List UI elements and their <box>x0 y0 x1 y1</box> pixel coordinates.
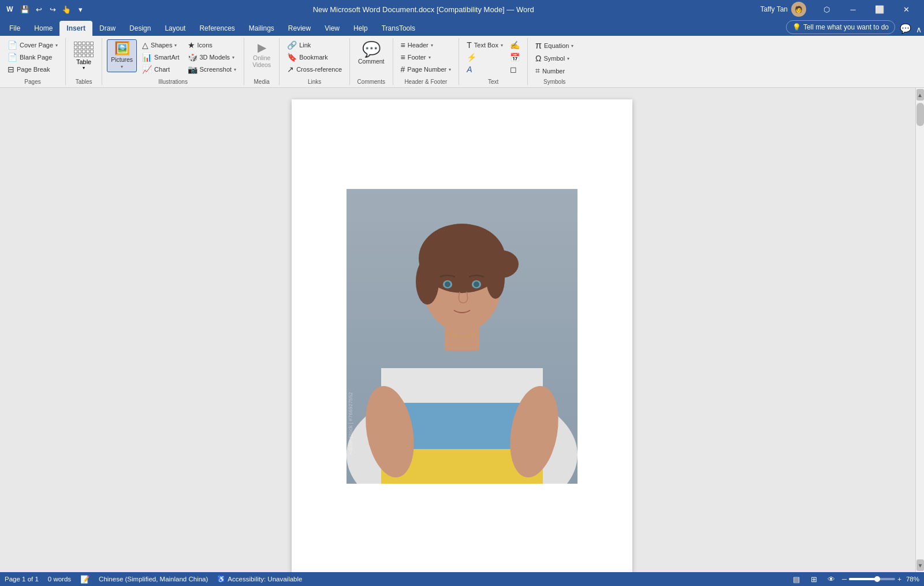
symbols-group-label: Symbols <box>543 77 565 85</box>
scroll-thumb[interactable] <box>916 103 924 126</box>
tab-layout[interactable]: Layout <box>158 21 192 36</box>
bookmark-button[interactable]: 🔖 Bookmark <box>284 51 345 63</box>
chevron-icon: ▾ <box>55 43 58 48</box>
tab-transtools[interactable]: TransTools <box>375 21 422 36</box>
scroll-down-button[interactable]: ▼ <box>916 559 924 571</box>
svg-point-18 <box>445 281 450 287</box>
tab-help[interactable]: Help <box>346 21 375 36</box>
tab-review[interactable]: Review <box>281 21 318 36</box>
save-button[interactable]: 💾 <box>18 3 31 16</box>
shapes-button[interactable]: △ Shapes ▾ <box>139 39 182 51</box>
share-button[interactable]: ⬡ <box>813 0 840 18</box>
3d-models-icon: 🎲 <box>188 53 198 62</box>
text-buttons-col1: T Text Box ▾ ⚡ A <box>464 39 506 75</box>
tab-file[interactable]: File <box>2 21 27 36</box>
comments-panel-button[interactable]: 💬 <box>900 23 911 34</box>
user-area[interactable]: Taffy Tan 🧑 <box>760 2 806 17</box>
vertical-scrollbar[interactable]: ▲ ▼ <box>915 88 924 572</box>
touch-mode-button[interactable]: 👆 <box>60 3 73 16</box>
document-image[interactable]: Adobe Stock | #766927552 <box>346 189 578 484</box>
symbols-buttons: π Equation ▾ Ω Symbol ▾ ⌗ Number <box>532 39 576 77</box>
number-button[interactable]: ⌗ Number <box>532 65 576 77</box>
cross-reference-button[interactable]: ↗ Cross-reference <box>284 64 345 75</box>
accessibility-status: Accessibility: Unavailable <box>228 576 302 583</box>
zoom-thumb[interactable] <box>874 576 880 582</box>
equation-button[interactable]: π Equation ▾ <box>532 39 576 52</box>
page-number-chevron: ▾ <box>449 67 451 72</box>
tab-view[interactable]: View <box>318 21 346 36</box>
text-group-items: T Text Box ▾ ⚡ A ✍ 📅 ◻ <box>464 38 523 77</box>
text-buttons-col2: ✍ 📅 ◻ <box>507 39 523 75</box>
icons-icon: ★ <box>188 40 195 50</box>
tab-design[interactable]: Design <box>122 21 158 36</box>
print-layout-view-button[interactable]: ▤ <box>790 574 803 584</box>
3d-models-button[interactable]: 🎲 3D Models ▾ <box>185 51 240 63</box>
signature-button[interactable]: ✍ <box>507 39 523 51</box>
zoom-percent[interactable]: 78% <box>906 576 919 583</box>
restore-button[interactable]: ⬜ <box>866 0 893 18</box>
cover-page-button[interactable]: 📄 Cover Page ▾ <box>5 39 61 51</box>
equation-icon: π <box>535 40 542 51</box>
link-button[interactable]: 🔗 Link <box>284 39 345 51</box>
symbol-button[interactable]: Ω Symbol ▾ <box>532 53 576 64</box>
blank-page-button[interactable]: 📄 Blank Page <box>5 51 61 63</box>
header-chevron: ▾ <box>431 43 433 48</box>
datetime-button[interactable]: 📅 <box>507 51 523 63</box>
user-avatar: 🧑 <box>791 2 806 17</box>
3d-chevron: ▾ <box>232 55 234 60</box>
ribbon-collapse-button[interactable]: ∧ <box>916 25 922 34</box>
accessibility-button[interactable]: ♿ Accessibility: Unavailable <box>217 575 302 583</box>
svg-text:Adobe Stock | #766927552: Adobe Stock | #766927552 <box>348 392 353 455</box>
chart-icon: 📈 <box>142 65 152 74</box>
textbox-button[interactable]: T Text Box ▾ <box>464 39 506 51</box>
language-info[interactable]: Chinese (Simplified, Mainland China) <box>99 576 208 583</box>
page-break-button[interactable]: ⊟ Page Break <box>5 64 61 75</box>
comment-button[interactable]: 💬 Comment <box>355 39 388 67</box>
blank-page-icon: 📄 <box>8 53 17 62</box>
zoom-in-button[interactable]: + <box>897 576 901 583</box>
ribbon-group-text: T Text Box ▾ ⚡ A ✍ 📅 ◻ <box>459 38 528 85</box>
header-button[interactable]: ≡ Header ▾ <box>398 39 454 51</box>
minimize-button[interactable]: ─ <box>840 0 866 18</box>
pictures-button[interactable]: 🖼️ Pictures ▾ <box>107 39 137 72</box>
tell-me-bar[interactable]: 💡 Tell me what you want to do <box>786 20 895 34</box>
close-button[interactable]: ✕ <box>893 0 919 18</box>
table-button[interactable]: Table ▾ <box>70 39 97 73</box>
quick-parts-icon: ⚡ <box>467 53 476 62</box>
screenshot-button[interactable]: 📷 Screenshot ▾ <box>185 64 240 75</box>
tab-draw[interactable]: Draw <box>92 21 122 36</box>
zoom-out-button[interactable]: ─ <box>842 576 847 583</box>
header-icon: ≡ <box>401 40 405 50</box>
page-number-button[interactable]: # Page Number ▾ <box>398 64 454 75</box>
object-button[interactable]: ◻ <box>507 64 523 75</box>
tab-mailings[interactable]: Mailings <box>242 21 281 36</box>
person-photo-svg: Adobe Stock | #766927552 <box>346 189 578 484</box>
header-footer-group-items: ≡ Header ▾ ≡ Footer ▾ # Page Number ▾ <box>398 38 454 77</box>
tab-insert[interactable]: Insert <box>59 21 92 36</box>
accessibility-icon: ♿ <box>217 575 225 583</box>
table-label: Table <box>76 58 91 65</box>
tab-references[interactable]: References <box>192 21 241 36</box>
lightbulb-icon: 💡 <box>792 23 801 31</box>
zoom-slider[interactable] <box>849 578 895 580</box>
wordart-button[interactable]: A <box>464 64 506 75</box>
title-bar: W 💾 ↩ ↪ 👆 ▾ New Microsoft Word Document.… <box>0 0 924 18</box>
text-group-label: Text <box>488 77 498 85</box>
read-mode-view-button[interactable]: 👁 <box>825 574 837 584</box>
web-layout-view-button[interactable]: ⊞ <box>807 574 820 584</box>
smartart-button[interactable]: 📊 SmartArt <box>139 51 182 63</box>
chart-button[interactable]: 📈 Chart <box>139 64 182 75</box>
footer-button[interactable]: ≡ Footer ▾ <box>398 51 454 63</box>
undo-button[interactable]: ↩ <box>32 3 45 16</box>
footer-icon: ≡ <box>401 53 405 62</box>
tab-home[interactable]: Home <box>27 21 59 36</box>
ribbon-group-tables: Table ▾ Tables <box>66 38 102 85</box>
redo-button[interactable]: ↪ <box>46 3 59 16</box>
customize-qa-button[interactable]: ▾ <box>74 3 87 16</box>
word-count: 0 words <box>48 576 71 583</box>
online-videos-button[interactable]: ▶ OnlineVideos <box>249 39 274 71</box>
ribbon-group-symbols: π Equation ▾ Ω Symbol ▾ ⌗ Number Symbols <box>528 38 581 85</box>
quick-parts-button[interactable]: ⚡ <box>464 51 506 63</box>
icons-button[interactable]: ★ Icons <box>185 39 240 51</box>
scroll-up-button[interactable]: ▲ <box>916 89 924 101</box>
